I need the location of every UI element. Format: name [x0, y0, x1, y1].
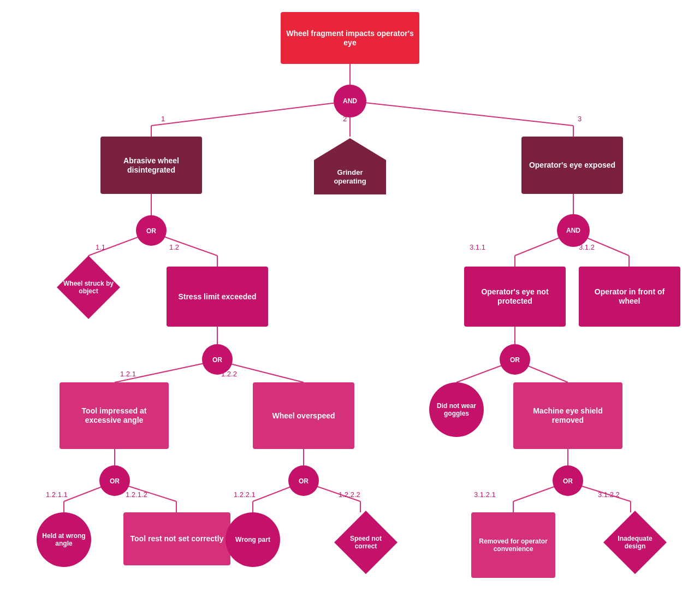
label-312: 3.1.2 [579, 243, 595, 251]
node-grinder-operating: Grinder operating [311, 135, 389, 196]
node-held-wrong-angle: Held at wrong angle [37, 512, 91, 567]
svg-text:OR: OR [563, 477, 573, 485]
label-1-1: 1.1 [96, 243, 105, 251]
node-wheel-overspeed: Wheel overspeed [253, 382, 354, 449]
svg-text:OR: OR [510, 356, 520, 364]
node-removed-convenience: Removed for operator convenience [471, 512, 555, 578]
svg-line-3 [350, 101, 573, 126]
svg-marker-42 [314, 138, 386, 194]
node-abrasive-wheel: Abrasive wheel disintegrated [100, 137, 202, 194]
node-operator-front: Operator in front of wheel [579, 267, 680, 327]
svg-text:OR: OR [110, 477, 120, 485]
svg-text:OR: OR [212, 356, 222, 364]
node-eye-shield-removed: Machine eye shield removed [513, 382, 622, 449]
node-tool-impressed: Tool impressed at excessive angle [60, 382, 169, 449]
label-122: 1.2.2 [221, 370, 237, 378]
svg-text:Grinder: Grinder [337, 168, 363, 176]
svg-line-1 [151, 101, 350, 126]
and-gate-root: AND [334, 85, 366, 117]
or-gate-122: OR [287, 464, 320, 499]
node-speed-not-correct: Speed not correct [334, 511, 398, 574]
label-3121: 3.1.2.1 [474, 490, 496, 499]
node-stress-limit: Stress limit exceeded [167, 267, 268, 327]
label-1212: 1.2.1.2 [126, 490, 147, 499]
branch-label-2: 2 [343, 115, 347, 123]
svg-text:OR: OR [146, 227, 156, 235]
or-gate-31: OR [499, 343, 531, 378]
node-wheel-struck: Wheel struck by object [57, 256, 120, 319]
svg-text:OR: OR [299, 477, 309, 485]
node-tool-rest: Tool rest not set correctly [123, 512, 230, 565]
top-event: Wheel fragment impacts operator's eye [281, 12, 419, 64]
and-gate-3: AND [557, 214, 590, 247]
node-no-goggles: Did not wear goggles [429, 382, 484, 437]
label-1211: 1.2.1.1 [46, 490, 68, 499]
label-1-2: 1.2 [169, 243, 179, 251]
node-eye-exposed: Operator's eye exposed [521, 137, 623, 194]
branch-label-1: 1 [161, 115, 165, 123]
branch-label-3: 3 [578, 115, 582, 123]
label-311: 3.1.1 [470, 243, 485, 251]
label-1222: 1.2.2.2 [339, 490, 360, 499]
node-inadequate-design: Inadequate design [603, 511, 667, 574]
svg-text:operating: operating [334, 177, 366, 185]
or-gate-1: OR [135, 214, 168, 249]
or-gate-312: OR [551, 464, 584, 499]
node-eye-not-protected: Operator's eye not protected [464, 267, 566, 327]
label-3122: 3.1.2.2 [598, 490, 620, 499]
label-1221: 1.2.2.1 [234, 490, 256, 499]
label-121: 1.2.1 [120, 370, 136, 378]
node-wrong-part: Wrong part [226, 512, 280, 567]
